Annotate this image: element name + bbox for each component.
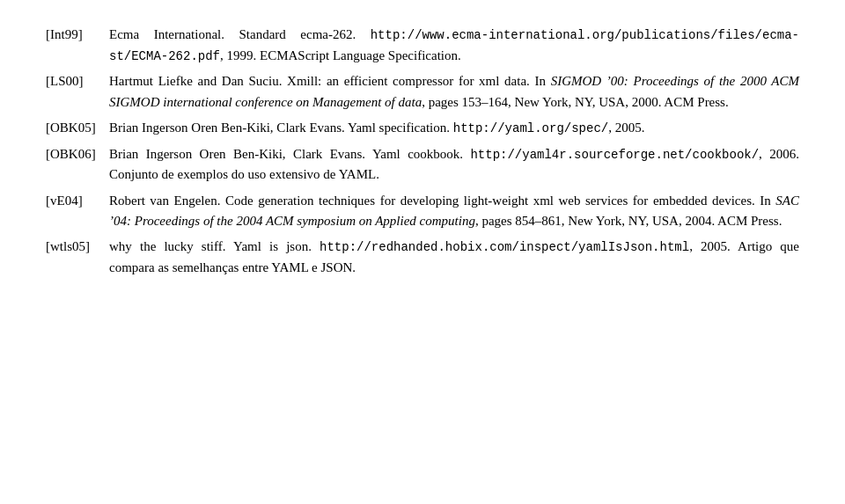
ref-content: why the lucky stiff. Yaml is json. http:…	[109, 237, 799, 278]
ref-text: Ecma International. Standard ecma-262.	[109, 27, 371, 41]
ref-label: [vE04]	[46, 191, 109, 211]
ref-entry: [OBK05]Brian Ingerson Oren Ben-Kiki, Cla…	[46, 118, 799, 139]
ref-text: , pages 153–164, New York, NY, USA, 2000…	[422, 95, 729, 109]
ref-label: [LS00]	[46, 71, 109, 91]
ref-entry: [OBK06]Brian Ingerson Oren Ben-Kiki, Cla…	[46, 144, 799, 186]
ref-mono: http://redhanded.hobix.com/inspect/yamlI…	[320, 240, 689, 254]
ref-text: , 2005.	[608, 121, 644, 135]
ref-text: Hartmut Liefke and Dan Suciu. Xmill: an …	[109, 74, 551, 88]
ref-mono: http://yaml4r.sourceforge.net/cookbook/	[470, 148, 759, 162]
ref-label: [OBK05]	[46, 118, 109, 138]
ref-text: , pages 854–861, New York, NY, USA, 2004…	[475, 214, 783, 228]
ref-mono: http://yaml.org/spec/	[453, 121, 608, 135]
ref-entry: [Int99]Ecma International. Standard ecma…	[46, 25, 799, 66]
ref-text: Brian Ingerson Oren Ben-Kiki, Clark Evan…	[109, 147, 470, 161]
references-list: [Int99]Ecma International. Standard ecma…	[46, 25, 799, 278]
ref-text: , 1999. ECMAScript Language Specificatio…	[220, 48, 461, 62]
ref-label: [Int99]	[46, 25, 109, 45]
ref-content: Brian Ingerson Oren Ben-Kiki, Clark Evan…	[109, 144, 799, 186]
ref-label: [OBK06]	[46, 144, 109, 164]
ref-text: Robert van Engelen. Code generation tech…	[109, 194, 775, 208]
ref-content: Hartmut Liefke and Dan Suciu. Xmill: an …	[109, 71, 799, 113]
ref-entry: [wtls05]why the lucky stiff. Yaml is jso…	[46, 237, 799, 278]
ref-text: Brian Ingerson Oren Ben-Kiki, Clark Evan…	[109, 121, 453, 135]
ref-entry: [vE04]Robert van Engelen. Code generatio…	[46, 191, 799, 232]
ref-entry: [LS00]Hartmut Liefke and Dan Suciu. Xmil…	[46, 71, 799, 113]
ref-content: Robert van Engelen. Code generation tech…	[109, 191, 799, 232]
ref-content: Brian Ingerson Oren Ben-Kiki, Clark Evan…	[109, 118, 799, 139]
ref-content: Ecma International. Standard ecma-262. h…	[109, 25, 799, 66]
ref-label: [wtls05]	[46, 237, 109, 257]
ref-text: why the lucky stiff. Yaml is json.	[109, 239, 320, 253]
